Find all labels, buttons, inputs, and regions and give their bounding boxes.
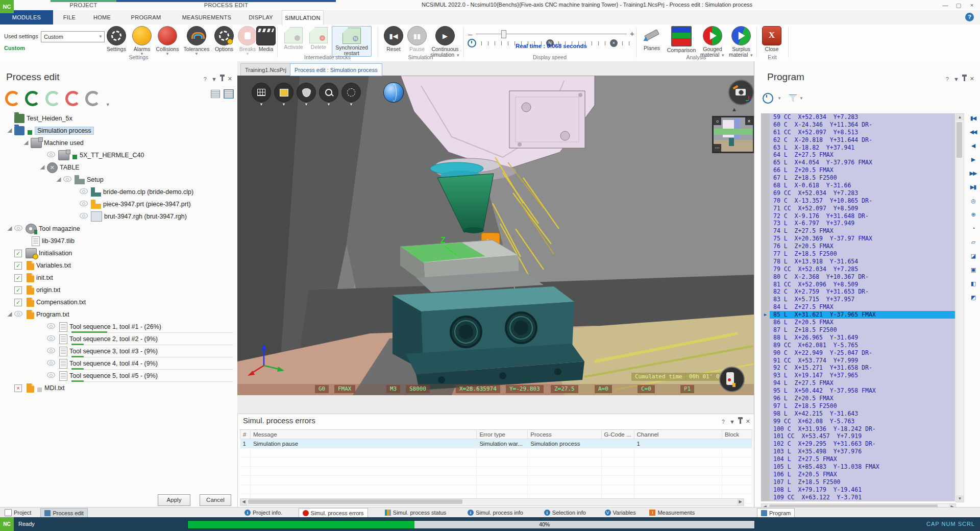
maximize-icon[interactable]: ▢	[952, 1, 965, 9]
chevron-down-icon[interactable]: ▼	[953, 76, 959, 82]
visibility-eye-icon[interactable]	[14, 225, 26, 232]
restart-green-icon[interactable]	[25, 91, 40, 106]
program-line-80[interactable]: 80 C X-2.368 Y+10.367 DR-	[761, 273, 955, 281]
tree-item-bride-demo-clp-bride-demo-clp[interactable]: bride-demo.clp (bride-demo.clp)	[1, 186, 236, 198]
bottom-tab-simul-process-info[interactable]: iSimul. process info	[464, 508, 527, 517]
panel-close-icon[interactable]: ✕	[746, 418, 750, 425]
tree-item-lib-3947-tlib[interactable]: lib-3947.tlib	[1, 235, 236, 247]
program-line-95[interactable]: 95 L X+50.442 Y-37.958 FMAX	[761, 387, 955, 395]
orientation-sphere-button[interactable]	[383, 82, 404, 103]
program-line-106[interactable]: 106 L Z+20.5 FMAX	[761, 471, 955, 478]
panel-close-icon[interactable]: ✕	[228, 76, 232, 82]
program-line-70[interactable]: 70 C X-13.357 Y+10.865 DR-	[761, 197, 955, 205]
program-line-102[interactable]: 102 C X+29.295 Y+31.663 DR-	[761, 440, 955, 448]
program-line-100[interactable]: 100 C X+31.936 Y-18.242 DR-	[761, 425, 955, 433]
tree-item-tool-sequence-1-tool-1-26[interactable]: Tool sequence 1, tool #1 - (26%)	[1, 321, 236, 333]
tree-item-initialisation[interactable]: ✓Initialisation	[1, 247, 236, 259]
clock-icon[interactable]: ◔	[967, 222, 979, 234]
pin-icon[interactable]	[222, 77, 223, 81]
visibility-eye-icon[interactable]	[47, 152, 58, 159]
program-line-78[interactable]: 78 L X+13.918 Y-31.654	[761, 258, 955, 266]
eraser-icon[interactable]: ◪	[967, 250, 979, 262]
close-window-icon[interactable]: ×	[966, 1, 978, 9]
go-to-end-icon[interactable]: ▶▮	[967, 181, 979, 193]
doc-tab-simulation-process[interactable]: Process edit : Simulation process	[290, 63, 382, 76]
program-line-81[interactable]: 81 CC X+52.096 Y+8.509	[761, 281, 955, 288]
visibility-eye-icon[interactable]	[47, 348, 58, 355]
visibility-eye-icon[interactable]	[80, 201, 91, 208]
program-line-85[interactable]: ▶85 L X+31.621 Y-37.965 FMAX	[761, 311, 955, 319]
program-line-107[interactable]: 107 L Z+18.5 F2500	[761, 478, 955, 486]
tree-item-simulation-process[interactable]: Simulation process	[1, 125, 236, 137]
camera-button[interactable]	[728, 80, 754, 105]
previous-block-icon[interactable]: ◀◀	[967, 126, 979, 138]
errors-column-process[interactable]: Process	[528, 430, 601, 439]
expand-icon[interactable]	[5, 225, 14, 232]
tab-display[interactable]: DISPLAY	[240, 10, 282, 25]
program-line-64[interactable]: 64 L Z+27.5 FMAX	[761, 151, 955, 159]
scroll-down-icon[interactable]: ▼	[956, 495, 964, 502]
program-line-59[interactable]: 59 CC X+52.034 Y+7.283	[761, 113, 955, 121]
tree-item-compensation-txt[interactable]: ✓Compensation.txt	[1, 296, 236, 308]
program-line-71[interactable]: 71 CC X+52.097 Y+8.509	[761, 205, 955, 212]
panel-close-icon[interactable]: ✕	[970, 76, 974, 82]
checked-checkbox[interactable]: ✓	[14, 250, 26, 257]
tree-item-tool-sequence-2-tool-2-9[interactable]: Tool sequence 2, tool #2 - (9%)	[1, 333, 236, 345]
bottom-tab-project[interactable]: Project	[1, 508, 35, 517]
program-line-84[interactable]: 84 L Z+27.5 FMAX	[761, 303, 955, 311]
errors-column-errortype[interactable]: Error type	[477, 430, 528, 439]
minimap[interactable]: ○ × ⋯	[712, 116, 754, 153]
program-line-103[interactable]: 103 L X+35.498 Y+37.976	[761, 448, 955, 455]
group-tab-process-edit[interactable]: PROCESS EDIT	[116, 0, 336, 10]
errors-column-gcode[interactable]: G-Code ...	[601, 430, 634, 439]
chevron-down-icon[interactable]: ▼	[799, 96, 803, 101]
tree-item-mdi-txt[interactable]: ×MDI.txt	[1, 382, 236, 394]
app-logo[interactable]: NC	[0, 0, 14, 13]
program-line-88[interactable]: 88 L X+26.965 Y-31.649	[761, 334, 955, 342]
expand-icon[interactable]	[38, 164, 47, 171]
tree-item-program-txt[interactable]: Program.txt	[1, 308, 236, 321]
program-line-96[interactable]: 96 L Z+20.5 FMAX	[761, 395, 955, 402]
chevron-down-icon[interactable]: ▼	[729, 419, 735, 425]
program-line-65[interactable]: 65 L X+4.054 Y-37.976 FMAX	[761, 159, 955, 166]
visibility-eye-icon[interactable]	[80, 213, 91, 220]
program-line-105[interactable]: 105 L X+85.483 Y-13.038 FMAX	[761, 463, 955, 471]
checked-checkbox[interactable]: ✓	[14, 286, 26, 294]
program-line-109[interactable]: 109 CC X+63.122 Y-3.701	[761, 494, 955, 501]
program-line-87[interactable]: 87 L Z+18.5 F2500	[761, 326, 955, 334]
play-forward-icon[interactable]: ▶	[967, 153, 979, 165]
program-line-73[interactable]: 73 L X-6.797 Y+37.949	[761, 220, 955, 227]
program-line-97[interactable]: 97 L Z+18.5 F2500	[761, 402, 955, 410]
minimap-refresh-icon[interactable]: ○	[714, 117, 721, 125]
errors-hscrollbar[interactable]: ◀ ▶	[240, 498, 744, 506]
program-line-104[interactable]: 104 L Z+27.5 FMAX	[761, 455, 955, 463]
restart-red-icon[interactable]	[65, 91, 81, 106]
zoom-time-icon[interactable]: ⊕	[967, 208, 979, 221]
errors-column-[interactable]: #	[240, 430, 251, 439]
detail-view-icon[interactable]	[224, 90, 233, 98]
tree-item-brut-3947-rgh-brut-3947-rgh[interactable]: brut-3947.rgh (brut-3947.rgh)	[1, 210, 236, 223]
minimap-close-icon[interactable]: ×	[745, 117, 753, 125]
tab-measurements[interactable]: MEASUREMENTS	[174, 10, 240, 25]
errors-column-block[interactable]: Block	[722, 430, 752, 439]
panel-help-icon[interactable]: ?	[946, 76, 949, 82]
program-lines[interactable]: 59 CC X+52.034 Y+7.28360 C X-24.346 Y+11…	[761, 113, 955, 501]
expand-icon[interactable]	[21, 139, 31, 147]
tab-file[interactable]: FILE	[53, 10, 86, 25]
tree-item-machine-used[interactable]: Machine used	[1, 137, 236, 149]
expand-icon[interactable]	[5, 127, 14, 134]
doc-tab-training[interactable]: Training1.NcsPrj	[240, 63, 291, 76]
minimize-icon[interactable]: —	[939, 1, 951, 9]
program-line-62[interactable]: 62 C X-20.818 Y+31.644 DR-	[761, 136, 955, 144]
bottom-tab-simul-process-errors[interactable]: Simul. process errors	[299, 508, 368, 518]
expand-icon[interactable]	[54, 176, 63, 183]
viewport-3d[interactable]: Z ▼ ▼ ▼ ▼ ▼ ▲	[237, 76, 754, 395]
tree-item-tool-magazine[interactable]: Tool magazine	[1, 223, 236, 235]
program-line-91[interactable]: 91 CC X+53.774 Y+7.999	[761, 357, 955, 365]
bottom-tab-program[interactable]: Program	[757, 508, 795, 518]
tree-item-tool-sequence-4-tool-4-9[interactable]: Tool sequence 4, tool #4 - (9%)	[1, 357, 236, 370]
errors-column-channel[interactable]: Channel	[634, 430, 722, 439]
tree-item-origin-txt[interactable]: ✓origin.txt	[1, 284, 236, 296]
tree-item-test-heiden-5x[interactable]: Test_Heiden_5x	[1, 112, 236, 125]
step-forward-icon[interactable]: ▶▶	[967, 167, 979, 179]
